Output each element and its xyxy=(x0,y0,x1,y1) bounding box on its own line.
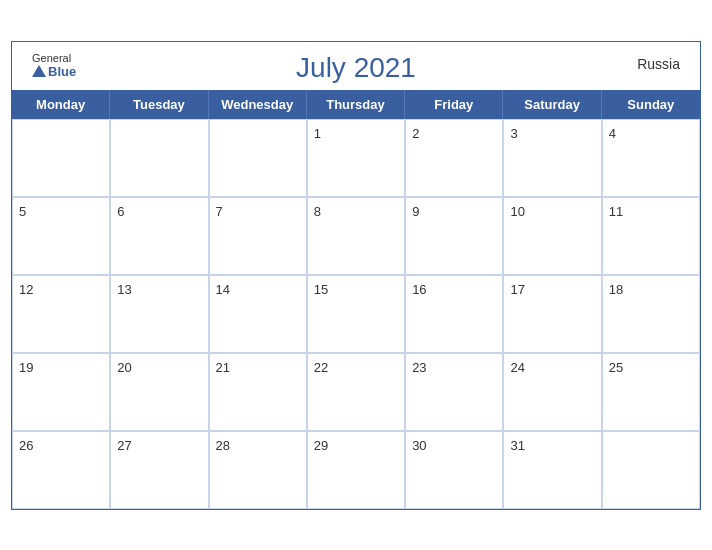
calendar-cell: 28 xyxy=(209,431,307,509)
day-header-tuesday: Tuesday xyxy=(110,90,208,119)
cell-date-number: 18 xyxy=(609,282,623,297)
cell-date-number: 24 xyxy=(510,360,524,375)
calendar-cell: 12 xyxy=(12,275,110,353)
cell-date-number: 8 xyxy=(314,204,321,219)
calendar-cell: 23 xyxy=(405,353,503,431)
cell-date-number: 15 xyxy=(314,282,328,297)
calendar-country: Russia xyxy=(637,56,680,72)
cell-date-number: 9 xyxy=(412,204,419,219)
calendar-cell: 4 xyxy=(602,119,700,197)
cell-date-number: 28 xyxy=(216,438,230,453)
cell-date-number: 16 xyxy=(412,282,426,297)
cell-date-number: 17 xyxy=(510,282,524,297)
calendar: General Blue July 2021 Russia Monday Tue… xyxy=(11,41,701,510)
cell-date-number: 29 xyxy=(314,438,328,453)
cell-date-number: 27 xyxy=(117,438,131,453)
logo: General Blue xyxy=(32,52,76,79)
calendar-cell: 25 xyxy=(602,353,700,431)
cell-date-number: 11 xyxy=(609,204,623,219)
days-header: Monday Tuesday Wednesday Thursday Friday… xyxy=(12,90,700,119)
calendar-cell: 16 xyxy=(405,275,503,353)
cell-date-number: 20 xyxy=(117,360,131,375)
cell-date-number: 25 xyxy=(609,360,623,375)
cell-date-number: 12 xyxy=(19,282,33,297)
cell-date-number: 1 xyxy=(314,126,321,141)
cell-date-number: 7 xyxy=(216,204,223,219)
day-header-monday: Monday xyxy=(12,90,110,119)
calendar-title: July 2021 xyxy=(296,52,416,84)
calendar-cell: 17 xyxy=(503,275,601,353)
calendar-cell: 1 xyxy=(307,119,405,197)
calendar-cell: 7 xyxy=(209,197,307,275)
calendar-cell xyxy=(209,119,307,197)
calendar-cell: 20 xyxy=(110,353,208,431)
calendar-cell: 10 xyxy=(503,197,601,275)
cell-date-number: 21 xyxy=(216,360,230,375)
cell-date-number: 14 xyxy=(216,282,230,297)
cell-date-number: 31 xyxy=(510,438,524,453)
calendar-cell: 8 xyxy=(307,197,405,275)
calendar-cell: 30 xyxy=(405,431,503,509)
cell-date-number: 6 xyxy=(117,204,124,219)
logo-blue-text: Blue xyxy=(32,64,76,79)
calendar-cell: 14 xyxy=(209,275,307,353)
cell-date-number: 4 xyxy=(609,126,616,141)
calendar-cell: 6 xyxy=(110,197,208,275)
calendar-cell: 27 xyxy=(110,431,208,509)
calendar-cell xyxy=(110,119,208,197)
calendar-cell xyxy=(12,119,110,197)
calendar-header: General Blue July 2021 Russia xyxy=(12,42,700,90)
cell-date-number: 13 xyxy=(117,282,131,297)
logo-triangle-icon xyxy=(32,65,46,77)
calendar-grid: 1234567891011121314151617181920212223242… xyxy=(12,119,700,509)
calendar-cell: 19 xyxy=(12,353,110,431)
day-header-wednesday: Wednesday xyxy=(209,90,307,119)
calendar-cell: 9 xyxy=(405,197,503,275)
cell-date-number: 23 xyxy=(412,360,426,375)
calendar-cell: 31 xyxy=(503,431,601,509)
calendar-cell: 5 xyxy=(12,197,110,275)
cell-date-number: 10 xyxy=(510,204,524,219)
calendar-cell: 22 xyxy=(307,353,405,431)
cell-date-number: 22 xyxy=(314,360,328,375)
calendar-cell: 3 xyxy=(503,119,601,197)
cell-date-number: 30 xyxy=(412,438,426,453)
calendar-cell xyxy=(602,431,700,509)
calendar-cell: 26 xyxy=(12,431,110,509)
day-header-saturday: Saturday xyxy=(503,90,601,119)
cell-date-number: 5 xyxy=(19,204,26,219)
cell-date-number: 19 xyxy=(19,360,33,375)
calendar-cell: 18 xyxy=(602,275,700,353)
calendar-cell: 15 xyxy=(307,275,405,353)
cell-date-number: 3 xyxy=(510,126,517,141)
calendar-cell: 13 xyxy=(110,275,208,353)
logo-general-text: General xyxy=(32,52,71,64)
cell-date-number: 2 xyxy=(412,126,419,141)
calendar-cell: 2 xyxy=(405,119,503,197)
day-header-friday: Friday xyxy=(405,90,503,119)
calendar-cell: 24 xyxy=(503,353,601,431)
day-header-sunday: Sunday xyxy=(602,90,700,119)
calendar-cell: 11 xyxy=(602,197,700,275)
calendar-cell: 21 xyxy=(209,353,307,431)
day-header-thursday: Thursday xyxy=(307,90,405,119)
cell-date-number: 26 xyxy=(19,438,33,453)
calendar-cell: 29 xyxy=(307,431,405,509)
